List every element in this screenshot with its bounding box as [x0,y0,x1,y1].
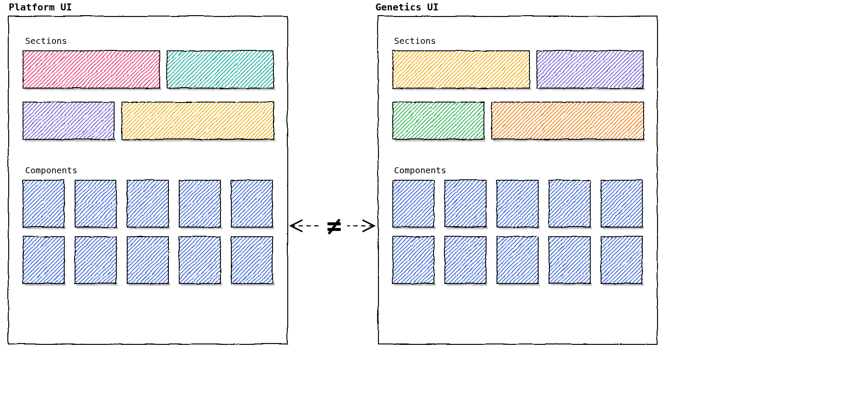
svg-line-1003 [644,180,690,227]
right-panel [345,16,733,344]
svg-line-1182 [620,236,667,283]
svg-line-722 [679,50,716,88]
svg-line-255 [19,180,66,227]
svg-line-596 [258,236,305,283]
svg-line-637 [429,50,467,88]
svg-line-129 [289,50,327,88]
svg-line-600 [274,236,321,283]
svg-line-234 [279,102,317,139]
svg-line-95 [157,50,194,88]
svg-line-882 [448,180,495,227]
svg-line-642 [449,50,486,88]
svg-line-387 [257,180,304,227]
svg-line-573 [261,236,308,283]
svg-line-202 [155,102,192,139]
svg-line-1197 [679,236,726,283]
svg-line-738 [402,102,439,139]
svg-line-408 [247,180,293,227]
svg-line-750 [449,102,486,139]
svg-line-63 [114,50,151,88]
svg-line-696 [577,50,615,88]
svg-line-276 [101,180,148,227]
svg-line-783 [497,102,534,139]
svg-line-1022 [365,236,412,283]
svg-line-477 [71,236,118,283]
svg-line-747 [437,102,474,139]
svg-line-812 [610,102,648,139]
svg-line-401 [219,180,266,227]
svg-line-1195 [671,236,718,283]
svg-line-784 [501,102,538,139]
svg-line-649 [476,50,513,88]
svg-line-881 [444,180,491,227]
svg-line-639 [437,50,474,88]
svg-line-405 [235,180,282,227]
svg-line-640 [441,50,478,88]
svg-line-554 [187,236,233,283]
svg-line-368 [183,180,230,227]
svg-line-1101 [489,236,536,283]
svg-line-732 [378,102,416,139]
svg-line-690 [554,50,591,88]
svg-line-497 [149,236,196,283]
svg-line-1105 [504,236,551,283]
svg-line-475 [63,236,110,283]
svg-line-294 [79,180,125,227]
svg-line-711 [636,50,673,88]
svg-line-313 [153,180,200,227]
svg-line-1032 [404,236,451,283]
svg-line-1062 [429,236,476,283]
svg-line-414 [270,180,317,227]
svg-line-816 [626,102,663,139]
svg-line-227 [252,102,289,139]
svg-line-741 [414,102,451,139]
svg-line-107 [204,50,241,88]
svg-line-553 [183,236,230,283]
svg-line-739 [406,102,443,139]
svg-line-1189 [648,236,694,283]
svg-line-686 [538,50,575,88]
svg-line-367 [179,180,226,227]
svg-line-1048 [467,236,513,283]
svg-line-591 [239,236,286,283]
svg-line-718 [663,50,700,88]
svg-line-863 [467,180,513,227]
svg-line-433 [0,236,38,283]
svg-line-119 [250,50,288,88]
svg-line-843 [388,180,435,227]
svg-line-1026 [381,236,427,283]
svg-line-350 [205,180,252,227]
svg-line-915 [485,180,532,227]
svg-line-805 [583,102,620,139]
svg-line-823 [653,102,690,139]
svg-line-1137 [537,236,584,283]
svg-line-1140 [549,236,595,283]
svg-line-67 [130,50,167,88]
svg-line-645 [460,50,498,88]
svg-line-222 [233,102,270,139]
svg-line-729 [367,102,404,139]
svg-line-749 [445,102,482,139]
svg-line-789 [520,102,558,139]
svg-line-1106 [508,236,555,283]
svg-line-697 [581,50,618,88]
svg-line-328 [119,180,166,227]
svg-line-748 [441,102,478,139]
svg-line-653 [492,50,529,88]
svg-line-991 [597,180,644,227]
svg-line-1007 [659,180,706,227]
svg-line-498 [153,236,200,283]
svg-line-810 [602,102,640,139]
svg-line-693 [566,50,603,88]
svg-line-621 [367,50,404,88]
svg-line-740 [410,102,447,139]
svg-rect-1201 [602,282,644,285]
svg-line-221 [229,102,266,139]
svg-line-164 [87,102,124,139]
svg-line-685 [534,50,572,88]
connector: ≠ [291,211,374,241]
svg-line-1028 [388,236,435,283]
svg-rect-465 [24,282,66,285]
svg-line-864 [470,180,517,227]
svg-line-834 [353,180,400,227]
